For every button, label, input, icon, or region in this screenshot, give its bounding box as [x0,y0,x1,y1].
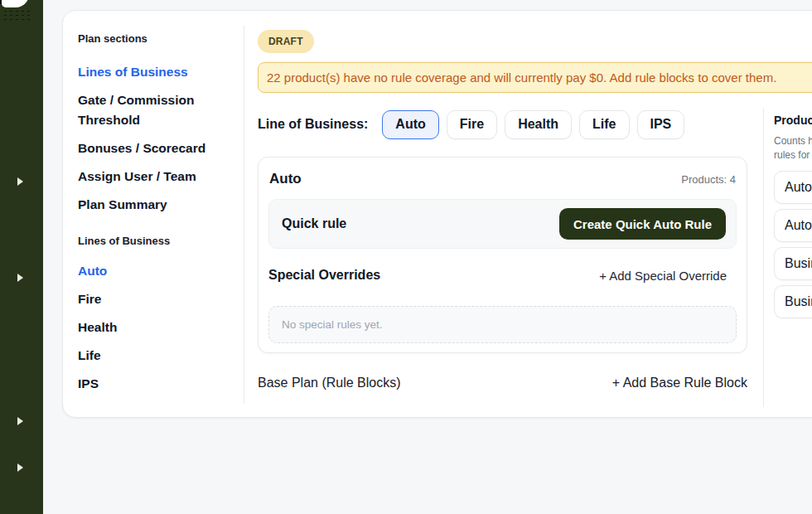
product-coverage-panel: Produc Counts h rules for t Auto Auto A … [774,114,812,323]
coverage-items-list: Auto Auto A Busin Busin [774,171,812,318]
create-quick-auto-rule-button[interactable]: Create Quick Auto Rule [559,208,726,240]
status-badge: DRAFT [258,30,314,53]
lines-of-business-subtitle: Lines of Business [78,235,220,247]
cutoff-white-shape [2,0,29,7]
empty-state-text: No special rules yet. [282,318,383,331]
tab-ips[interactable]: IPS [637,110,685,139]
nav-lob-health[interactable]: Health [78,318,220,337]
nav-item-bonuses-scorecard[interactable]: Bonuses / Scorecard [78,138,220,158]
sidebar-dots-texture [2,9,31,22]
coverage-panel-subtitle-line1: Counts h [774,134,812,148]
add-base-rule-block-link[interactable]: + Add Base Rule Block [612,376,747,390]
coverage-warning-text: 22 product(s) have no rule coverage and … [267,70,776,85]
coverage-warning-banner: 22 product(s) have no rule coverage and … [258,62,812,93]
tab-health[interactable]: Health [505,110,572,139]
nav-lob-fire[interactable]: Fire [78,289,220,309]
plan-builder-card: Plan sections Lines of Business Gate / C… [62,10,812,418]
auto-card-header: Auto Products: 4 [269,171,736,187]
coverage-panel-subtitle-line2: rules for t [774,148,812,162]
quick-rule-box: Quick rule Create Quick Auto Rule [268,199,737,249]
nav-item-assign-user-team[interactable]: Assign User / Team [78,167,220,187]
coverage-item[interactable]: Auto [774,171,812,204]
auto-lob-card: Auto Products: 4 Quick rule Create Quick… [258,157,747,353]
coverage-item[interactable]: Auto A [774,209,812,242]
lob-tabs-label: Line of Business: [258,117,368,132]
expand-chevron-icon[interactable] [17,274,23,282]
coverage-panel-title: Produc [774,114,812,127]
quick-rule-label: Quick rule [282,216,346,231]
plan-sections-nav: Plan sections Lines of Business Gate / C… [78,32,220,402]
special-overrides-empty-state: No special rules yet. [268,306,737,343]
nav-lob-auto[interactable]: Auto [78,261,220,281]
products-count: Products: 4 [681,173,736,186]
plan-sections-title: Plan sections [78,32,220,45]
base-plan-row: Base Plan (Rule Blocks) + Add Base Rule … [258,376,747,390]
expand-chevron-icon[interactable] [17,463,23,472]
app-canvas: Plan sections Lines of Business Gate / C… [0,0,812,514]
special-overrides-row: Special Overrides + Add Special Override [268,268,727,283]
nav-item-plan-summary[interactable]: Plan Summary [78,195,220,215]
nav-item-gate-commission-threshold[interactable]: Gate / Commission Threshold [78,90,220,130]
coverage-item[interactable]: Busin [774,285,812,318]
app-sidebar [0,0,43,514]
expand-chevron-icon[interactable] [17,177,23,186]
auto-card-title: Auto [269,171,302,187]
tab-auto[interactable]: Auto [382,110,438,139]
nav-item-lines-of-business[interactable]: Lines of Business [78,62,220,82]
base-plan-label: Base Plan (Rule Blocks) [258,376,401,390]
add-special-override-link[interactable]: + Add Special Override [599,269,727,283]
coverage-panel-divider [763,109,764,407]
special-overrides-title: Special Overrides [268,268,380,283]
nav-content-divider [244,26,244,404]
nav-lob-ips[interactable]: IPS [78,374,220,394]
coverage-item[interactable]: Busin [774,247,812,280]
tab-fire[interactable]: Fire [447,110,497,139]
nav-lob-life[interactable]: Life [78,346,220,366]
lob-tabs-row: Line of Business: Auto Fire Health Life … [258,109,684,139]
expand-chevron-icon[interactable] [17,417,23,425]
tab-life[interactable]: Life [579,110,629,139]
